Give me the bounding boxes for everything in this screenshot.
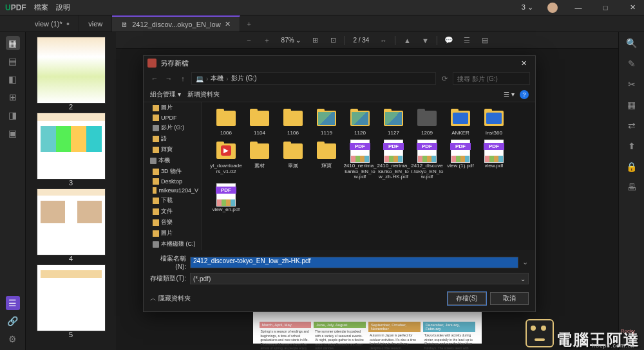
file-item[interactable]: view_en.pdf <box>209 184 243 213</box>
tree-item[interactable]: 圖片 <box>144 102 201 113</box>
zoom-out-icon[interactable]: − <box>243 34 256 47</box>
tab-view1[interactable]: view (1)*● <box>26 15 79 32</box>
help-icon[interactable]: ? <box>520 90 529 99</box>
watermark-logo <box>526 319 554 347</box>
file-item[interactable]: 2410_nerima_kanko_EN_low_zh-HK.pdf <box>377 140 410 180</box>
view-mode-2-icon[interactable]: ▤ <box>478 34 491 47</box>
tab-discover-tokyo[interactable]: 🗎2412_discov...okyo_EN_low✕ <box>112 15 240 32</box>
file-item[interactable]: ANKER <box>444 107 477 136</box>
protect-icon[interactable]: 🔒 <box>625 160 639 174</box>
file-item[interactable]: inst360 <box>477 107 511 136</box>
tree-item[interactable]: 輝寶 <box>144 144 201 155</box>
nav-up-icon[interactable]: ↑ <box>177 73 189 84</box>
file-item[interactable]: view.pdf <box>477 140 511 180</box>
rail-toggle[interactable]: ☰ <box>6 296 20 310</box>
edit-icon[interactable]: ✎ <box>625 57 639 71</box>
season-spring-text: Spring is a season of endings and beginn… <box>260 328 312 350</box>
annotate-icon[interactable]: ✂ <box>625 77 639 91</box>
tab-view[interactable]: view <box>79 15 112 32</box>
thumbnail-panel[interactable]: 2 3 4 5 <box>26 32 116 350</box>
file-item[interactable]: 畢展 <box>276 140 310 180</box>
file-item[interactable]: 1120 <box>343 107 377 136</box>
comment-icon[interactable]: 💬 <box>442 34 455 47</box>
tree-item[interactable]: 影片 (G:) <box>144 122 201 133</box>
page-fit-icon[interactable]: ↔ <box>377 34 390 47</box>
thumb-page-2[interactable] <box>37 37 105 103</box>
view-options-icon[interactable]: ☰ ▾ <box>504 91 515 98</box>
fit-page-icon[interactable]: ⊡ <box>327 34 339 47</box>
dialog-close-icon[interactable]: ✕ <box>516 59 531 68</box>
nav-back-icon[interactable]: ← <box>149 73 160 84</box>
print-icon[interactable]: 🖶 <box>625 180 639 194</box>
tool-icon-4[interactable]: ▣ <box>6 126 20 140</box>
file-item[interactable]: 1127 <box>377 107 410 136</box>
file-item[interactable]: view (1).pdf <box>444 140 477 180</box>
notif-count[interactable]: 3 ⌄ <box>522 3 533 12</box>
tool-icon-3[interactable]: ◨ <box>6 108 20 122</box>
thumbnails-icon[interactable]: ▦ <box>6 36 20 50</box>
tree-item[interactable]: 語 <box>144 133 201 144</box>
tree-item[interactable]: 本機 <box>144 155 201 166</box>
breadcrumb[interactable]: 💻› 本機› 影片 (G:) <box>191 72 436 85</box>
tool-icon-2[interactable]: ⊞ <box>6 90 20 104</box>
refresh-icon[interactable]: ⟳ <box>439 73 450 84</box>
close-icon[interactable]: ✕ <box>626 3 639 12</box>
tree-item[interactable]: UPDF <box>144 113 201 122</box>
folder-tree[interactable]: 圖片UPDF影片 (G:)語輝寶本機3D 物件Desktopmikewu1204… <box>144 102 202 250</box>
organize-icon[interactable]: ▦ <box>625 98 639 112</box>
cancel-button[interactable]: 取消 <box>490 292 529 305</box>
zoom-in-icon[interactable]: + <box>261 34 274 47</box>
file-item[interactable]: 1119 <box>310 107 343 136</box>
tree-item[interactable]: 本機磁碟 (C:) <box>144 239 201 250</box>
page-down-icon[interactable]: ▼ <box>419 34 431 47</box>
tree-item[interactable]: mikewu1204_V <box>144 186 201 195</box>
tree-item[interactable]: 音樂 <box>144 217 201 228</box>
file-item[interactable]: yt_downloaders_v1.02 <box>209 140 243 180</box>
nav-forward-icon[interactable]: → <box>163 73 175 84</box>
hide-folders-toggle[interactable]: 隱藏資料夾 <box>150 294 191 303</box>
menu-file[interactable]: 檔案 <box>34 3 48 12</box>
zoom-level[interactable]: 87% ⌄ <box>279 37 304 44</box>
filetype-select[interactable]: (*.pdf)⌄ <box>190 273 529 284</box>
watermark: Rocky 電腦王阿達 kocpc.com.tw <box>526 319 640 347</box>
fit-width-icon[interactable]: ⊞ <box>308 34 321 47</box>
add-tab-button[interactable]: + <box>240 15 258 32</box>
thumb-page-3[interactable] <box>37 113 105 179</box>
settings-icon[interactable]: ⚙ <box>6 332 20 346</box>
page-up-icon[interactable]: ▲ <box>401 34 413 47</box>
thumb-page-5[interactable] <box>37 265 105 331</box>
attach-icon[interactable]: 🔗 <box>6 314 20 328</box>
view-mode-1-icon[interactable]: ☰ <box>460 34 473 47</box>
search-icon[interactable]: 🔍 <box>625 36 639 50</box>
avatar[interactable] <box>547 3 558 13</box>
maximize-icon[interactable]: □ <box>599 4 612 12</box>
file-item[interactable]: 1104 <box>243 107 276 136</box>
save-button[interactable]: 存檔(S) <box>448 292 486 305</box>
file-item[interactable]: 素材 <box>243 140 276 180</box>
page-indicator[interactable]: 2 / 34 <box>350 37 372 44</box>
new-folder-button[interactable]: 新增資料夾 <box>187 90 220 99</box>
file-item[interactable]: 2412_discover-tokyo_EN_low.pdf <box>410 140 444 180</box>
file-item[interactable]: 1209 <box>410 107 444 136</box>
tree-item[interactable]: 文件 <box>144 206 201 217</box>
tree-item[interactable]: Game (D:) <box>144 250 201 250</box>
file-item[interactable]: 1106 <box>276 107 310 136</box>
tool-icon-1[interactable]: ◧ <box>6 72 20 86</box>
file-grid[interactable]: 1006110411061119112011271209ANKERinst360… <box>202 102 535 250</box>
bookmarks-icon[interactable]: ▤ <box>6 54 20 68</box>
organize-menu[interactable]: 組合管理 ▾ <box>150 90 181 99</box>
convert-icon[interactable]: ⇄ <box>625 118 639 133</box>
tree-item[interactable]: 3D 物件 <box>144 166 201 177</box>
search-input[interactable] <box>453 72 530 85</box>
minimize-icon[interactable]: — <box>572 4 585 12</box>
share-icon[interactable]: ⬆ <box>625 139 639 153</box>
tree-item[interactable]: 圖片 <box>144 228 201 239</box>
filename-input[interactable]: 2412_discover-tokyo_EN_low_zh-HK.pdf <box>190 257 518 268</box>
file-item[interactable]: 1006 <box>209 107 243 136</box>
tree-item[interactable]: Desktop <box>144 177 201 186</box>
tree-item[interactable]: 下載 <box>144 195 201 206</box>
thumb-page-4[interactable] <box>37 189 105 255</box>
file-item[interactable]: 2410_nerima_kanko_EN_low.pdf <box>343 140 377 180</box>
menu-help[interactable]: 說明 <box>56 3 70 12</box>
file-item[interactable]: 輝寶 <box>310 140 343 180</box>
